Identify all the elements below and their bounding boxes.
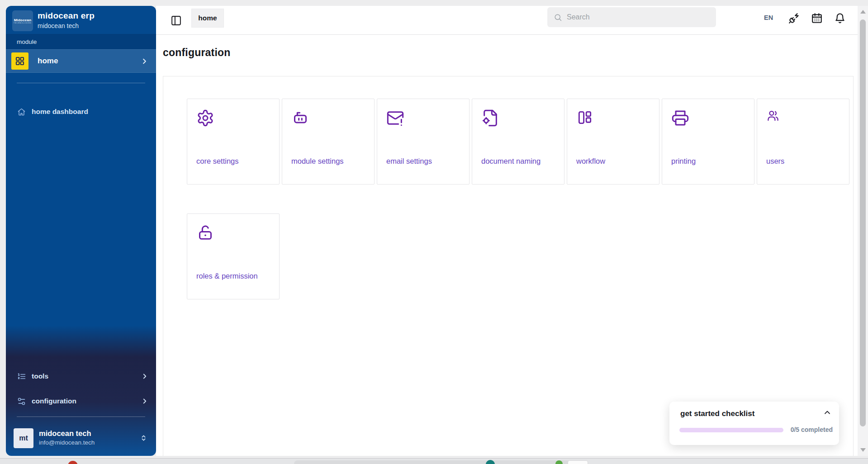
language-selector[interactable]: EN [762, 12, 775, 23]
sidebar-item-home-dashboard[interactable]: home dashboard [6, 102, 156, 122]
get-started-checklist: get started checklist 0/5 completed [669, 402, 839, 445]
house-icon [17, 107, 26, 117]
scroll-up-arrow[interactable] [860, 10, 866, 14]
logo-text: Midocean [14, 18, 32, 22]
sidebar-item-configuration[interactable]: configuration [6, 391, 156, 411]
tile-roles-permission[interactable]: roles & permission [187, 213, 280, 299]
logo-subtext: TECHNOLOGIES [14, 22, 32, 24]
avatar: mt [14, 428, 33, 448]
tile-printing[interactable]: printing [662, 99, 754, 185]
tile-label: document naming [481, 157, 541, 166]
checklist-title: get started checklist [680, 409, 754, 418]
integrations-button[interactable] [787, 11, 801, 25]
tile-workflow[interactable]: workflow [567, 99, 659, 185]
chevron-up-icon[interactable] [823, 408, 832, 417]
sidebar-divider [17, 83, 145, 83]
panel-left-icon [171, 15, 182, 26]
sidebar-item-label: home [38, 57, 58, 66]
tile-module-settings[interactable]: module settings [282, 99, 375, 185]
tile-label: users [766, 157, 784, 166]
taskbar-pill [294, 460, 581, 464]
sidebar-item-label: home dashboard [32, 108, 88, 116]
sidebar-item-label: configuration [32, 397, 76, 405]
main-content: configuration core settings module setti… [156, 35, 858, 456]
tile-document-naming[interactable]: document naming [472, 99, 564, 185]
chevron-right-icon [141, 397, 149, 405]
home-module-icon-box [11, 52, 28, 70]
sidebar-item-label: tools [32, 372, 48, 380]
app-title: midocean erp [38, 11, 95, 21]
topbar: home EN [156, 6, 858, 35]
tile-users[interactable]: users [757, 99, 849, 185]
tile-label: workflow [576, 157, 605, 166]
gear-icon [196, 109, 214, 127]
sidebar-section-module: module [6, 34, 156, 49]
sidebar-toggle-button[interactable] [168, 13, 184, 28]
page-title: configuration [163, 47, 231, 59]
printer-icon [671, 109, 689, 127]
unlock-icon [196, 224, 214, 242]
scrollbar [858, 6, 868, 456]
search-icon [554, 13, 562, 22]
chevrons-up-down-icon [139, 434, 148, 442]
file-gear-icon [481, 109, 499, 127]
taskbar-app-icon-red[interactable] [68, 461, 78, 464]
search-input[interactable] [567, 13, 702, 21]
app-subtitle: midocean tech [38, 22, 79, 29]
sidebar-item-home[interactable]: home [6, 49, 156, 73]
tile-label: roles & permission [196, 272, 258, 280]
sidebar-divider [17, 417, 145, 417]
chevron-right-icon [141, 372, 149, 380]
tile-label: email settings [386, 157, 432, 166]
tile-label: core settings [196, 157, 239, 166]
user-email: info@midocean.tech [39, 439, 95, 446]
taskbar [0, 459, 868, 464]
checklist-progress-text: 0/5 completed [791, 426, 833, 433]
sliders-icon [17, 397, 26, 406]
tab-home[interactable]: home [191, 9, 224, 28]
calendar-icon [811, 12, 823, 24]
grid-icon [14, 56, 25, 66]
notifications-button[interactable] [833, 11, 847, 25]
sidebar-item-tools[interactable]: tools [6, 366, 156, 386]
checklist-progress-bar [679, 428, 783, 432]
section-label: module [17, 38, 37, 45]
bell-icon [834, 12, 846, 24]
chevron-right-icon [140, 57, 149, 66]
layout-icon [576, 109, 593, 126]
tab-label: home [198, 14, 217, 22]
mail-alert-icon [386, 109, 404, 127]
calendar-button[interactable] [810, 11, 824, 25]
taskbar-app-icon-white[interactable] [568, 460, 588, 464]
sidebar: Midocean TECHNOLOGIES midocean erp midoc… [6, 6, 156, 456]
ordered-list-icon [17, 372, 26, 381]
company-logo: Midocean TECHNOLOGIES [12, 10, 33, 31]
tile-label: module settings [291, 157, 344, 166]
users-icon [766, 109, 780, 123]
user-name: midocean tech [39, 429, 91, 438]
scrollbar-thumb[interactable] [860, 19, 866, 426]
plug-zap-icon [788, 12, 800, 24]
scroll-down-arrow[interactable] [860, 448, 866, 452]
configuration-panel: core settings module settings email sett… [163, 76, 854, 456]
tile-label: printing [671, 157, 696, 166]
tile-email-settings[interactable]: email settings [377, 99, 470, 185]
user-menu[interactable]: mt midocean tech info@midocean.tech [6, 426, 156, 451]
search-box [547, 7, 716, 27]
tile-core-settings[interactable]: core settings [187, 99, 280, 185]
module-icon [291, 109, 309, 127]
